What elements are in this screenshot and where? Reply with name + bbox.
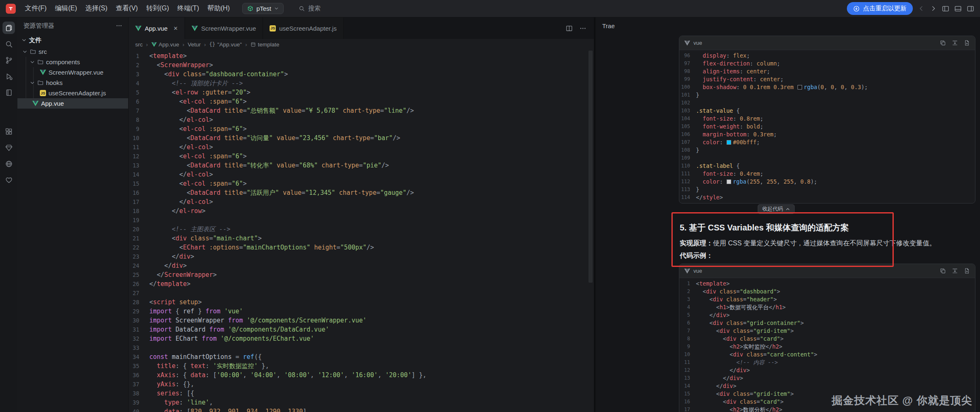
breadcrumb-label: "App.vue": [217, 41, 242, 48]
principle-text: 使用 CSS 变量定义关键尺寸，通过媒体查询在不同屏幕尺寸下修改变量值。: [713, 240, 936, 247]
code-line: 22 <EChart :options="mainChartOptions" h…: [129, 243, 594, 252]
activity-bar: [0, 17, 17, 412]
tree-item-useScreenAdapter.js[interactable]: JSuseScreenAdapter.js: [17, 88, 128, 98]
color-swatch: [727, 179, 731, 184]
search-icon: [299, 5, 305, 12]
layout-right-icon[interactable]: [967, 5, 974, 12]
menu-item[interactable]: 查看(V): [112, 2, 142, 15]
close-tab-icon[interactable]: ✕: [173, 25, 178, 32]
editor-scrollbar[interactable]: [588, 51, 593, 283]
code-line: 11 <!-- 内容 -->: [679, 359, 975, 366]
copy-icon[interactable]: [940, 40, 946, 46]
editor: App.vue✕ScreenWrapper.vueJSuseScreenAdap…: [129, 17, 594, 412]
tab-strip: App.vue✕ScreenWrapper.vueJSuseScreenAdap…: [129, 17, 594, 39]
code-line: 28<script setup>: [129, 298, 594, 307]
more-icon[interactable]: [579, 25, 586, 32]
tab-useScreenAdapter.js[interactable]: JSuseScreenAdapter.js: [263, 17, 343, 39]
code-line: 9 <el-col :span="6">: [129, 124, 594, 133]
tab-actions: [558, 17, 594, 39]
code-line: 32import EChart from '@/components/EChar…: [129, 334, 594, 343]
assistant-header: Trae: [596, 17, 980, 34]
global-search-button[interactable]: 搜索: [294, 3, 326, 14]
section-files[interactable]: 文件: [17, 34, 128, 46]
chat-icon[interactable]: [2, 174, 15, 186]
menu-item[interactable]: 编辑(E): [51, 2, 81, 15]
tree-item-App.vue[interactable]: App.vue: [17, 98, 128, 109]
breadcrumb-item[interactable]: src: [135, 41, 143, 48]
split-editor-icon[interactable]: [566, 25, 573, 32]
code-line: 3 <div class="header">: [679, 296, 975, 303]
menu-item[interactable]: 终端(T): [173, 2, 203, 15]
layout-left-icon[interactable]: [942, 5, 949, 12]
menu-item[interactable]: 转到(G): [142, 2, 173, 15]
breadcrumb-item[interactable]: template: [250, 41, 280, 48]
menu-item[interactable]: 选择(S): [81, 2, 112, 15]
code-line: 19: [129, 216, 594, 225]
layout-bottom-icon[interactable]: [954, 5, 962, 12]
workbench: 资源管理器 文件 srccomponentsScreenWrapper.vueh…: [0, 17, 980, 412]
arrow-left-icon[interactable]: [918, 5, 925, 12]
breadcrumb-separator: ›: [245, 41, 247, 48]
code-card-header: vue: [679, 264, 975, 278]
tab-App.vue[interactable]: App.vue✕: [129, 17, 185, 39]
app-window: 文件(F)编辑(E)选择(S)查看(V)转到(G)终端(T)帮助(H) pTes…: [0, 0, 980, 412]
extensions-icon[interactable]: [2, 125, 15, 138]
arrow-right-icon[interactable]: [930, 5, 937, 12]
code-card: vue 96 display: flex;97 flex-direction: …: [679, 36, 975, 204]
insert-code-icon[interactable]: [952, 268, 958, 274]
copy-icon[interactable]: [940, 268, 946, 274]
source-control-icon[interactable]: [2, 54, 15, 66]
code-line: 25 </ScreenWrapper>: [129, 270, 594, 279]
code-line: 4 <!-- 顶部统计卡片 -->: [129, 79, 594, 88]
insert-code-icon[interactable]: [952, 40, 958, 46]
assistant-code-2: 1<template>2 <div class="dashboard">3 <d…: [679, 278, 975, 412]
tab-ScreenWrapper.vue[interactable]: ScreenWrapper.vue: [185, 17, 263, 39]
restart-to-update-button[interactable]: 点击重启以更新: [847, 2, 913, 15]
code-line: 33: [129, 343, 594, 352]
tree-item-ScreenWrapper.vue[interactable]: ScreenWrapper.vue: [17, 67, 128, 78]
folder-icon: [37, 80, 44, 86]
breadcrumb-item[interactable]: Vetur: [188, 41, 201, 48]
code-line: 9 <h2>实时监控</h2>: [679, 343, 975, 351]
breadcrumb-item[interactable]: App.vue: [151, 41, 180, 48]
new-file-icon[interactable]: [964, 40, 970, 46]
breadcrumb-item[interactable]: {}"App.vue": [209, 41, 242, 48]
code-line: 1<template>: [129, 51, 594, 61]
symbol-icon: [250, 42, 256, 47]
gem-icon[interactable]: [2, 141, 15, 154]
tree-item-src[interactable]: src: [17, 46, 128, 57]
run-debug-icon[interactable]: [2, 70, 15, 82]
collapse-label: 收起代码: [762, 206, 783, 213]
explorer-icon[interactable]: [2, 22, 15, 34]
code-line: 4 <h1>数据可视化平台</h1>: [679, 303, 975, 311]
menu-item[interactable]: 帮助(H): [203, 2, 234, 15]
collapse-code-button[interactable]: 收起代码: [758, 204, 795, 214]
tab-label: useScreenAdapter.js: [279, 25, 336, 32]
color-swatch: [798, 85, 802, 90]
new-file-icon[interactable]: [964, 268, 970, 274]
code-line: 20 <!-- 主图表区 -->: [129, 225, 594, 234]
code-line: 7 <DataCard title="总销售额" value="¥ 5,678"…: [129, 106, 594, 115]
menu-item[interactable]: 文件(F): [21, 2, 51, 15]
code-line: 17 </el-col>: [129, 197, 594, 206]
code-line: 12 </div>: [679, 366, 975, 374]
code-line: 98 align-items: center;: [679, 68, 975, 75]
docs-icon[interactable]: [2, 86, 15, 99]
code-line: 31import DataCard from '@/components/Dat…: [129, 325, 594, 334]
code-lang-label: vue: [693, 40, 702, 46]
search-icon[interactable]: [2, 38, 15, 50]
globe-icon[interactable]: [2, 158, 15, 170]
tree-item-components[interactable]: components: [17, 57, 128, 67]
tree-item-hooks[interactable]: hooks: [17, 78, 128, 88]
project-selector[interactable]: pTest: [242, 3, 284, 14]
code-line: 30import ScreenWrapper from '@/component…: [129, 316, 594, 325]
code-line: 2 <div class="dashboard">: [679, 288, 975, 296]
vue-file-icon: [32, 101, 39, 106]
tab-label: App.vue: [145, 25, 168, 32]
more-icon[interactable]: [116, 22, 122, 29]
code-line: 8 <div class="card">: [679, 335, 975, 343]
code-line: 108}: [679, 146, 975, 154]
code-line: 102: [679, 99, 975, 107]
editor-code[interactable]: 1<template>2 <ScreenWrapper>3 <div class…: [129, 50, 594, 412]
code-line: 3 <div class="dashboard-container">: [129, 70, 594, 79]
